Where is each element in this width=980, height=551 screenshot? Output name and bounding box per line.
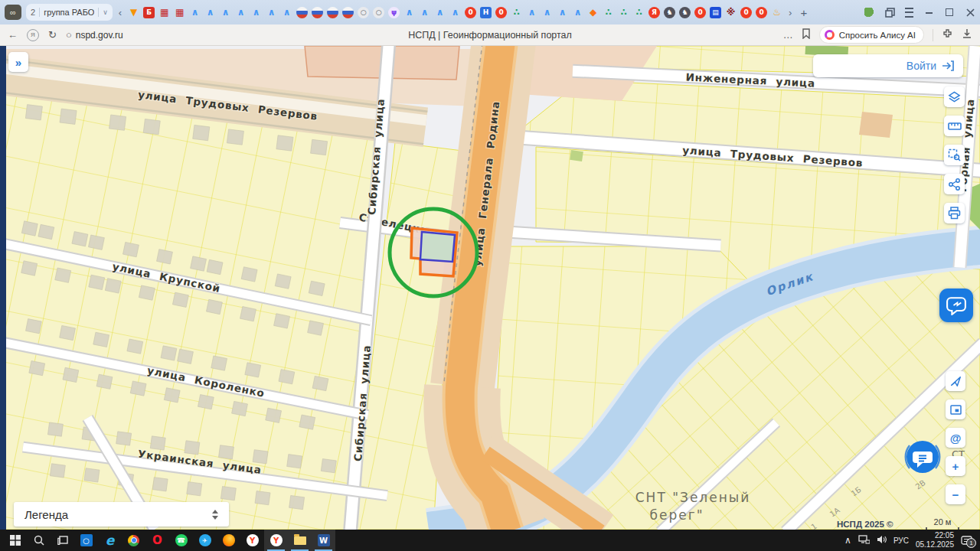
feedback-chat-button[interactable] (900, 435, 945, 479)
caret-icon[interactable]: ∧ (572, 7, 583, 18)
flame-icon[interactable]: ♨ (771, 7, 782, 18)
chess-icon[interactable]: ♞ (679, 7, 691, 18)
tab-panel-icon[interactable] (884, 7, 895, 18)
tabs-scroll-left-icon[interactable]: ‹ (117, 7, 123, 18)
url-chip[interactable]: ○ nspd.gov.ru (66, 29, 123, 41)
star-icon[interactable]: ◆ (587, 7, 599, 18)
more-icon[interactable]: … (783, 29, 793, 41)
start-button[interactable] (3, 530, 27, 551)
ask-alice-button[interactable]: Спросить Алису AI (819, 26, 924, 44)
ya-icon[interactable]: Я (648, 7, 660, 18)
calendar-icon[interactable]: ▦ (174, 7, 185, 18)
new-tab-button[interactable]: + (798, 6, 809, 19)
yandex-button[interactable]: Я (27, 29, 39, 41)
share-button[interactable] (944, 174, 965, 194)
tray-expand-icon[interactable]: ∧ (844, 535, 851, 546)
zero-badge-icon[interactable]: 0 (495, 7, 507, 18)
calendar-icon[interactable]: ▦ (158, 7, 170, 18)
dots-icon[interactable]: ∴ (603, 7, 614, 18)
ruler-button[interactable] (944, 116, 965, 136)
language-indicator[interactable]: РУС (893, 536, 909, 545)
mini-map-button[interactable] (946, 399, 965, 419)
shield-icon[interactable]: ▼ (128, 7, 139, 18)
zero-badge-icon[interactable]: 0 (465, 7, 476, 18)
notifications-button[interactable]: 1 (961, 536, 972, 546)
caret-icon[interactable]: ∧ (419, 7, 430, 18)
clock-icon[interactable]: ○ (358, 7, 369, 18)
network-icon[interactable] (858, 533, 870, 547)
extensions-icon[interactable] (942, 28, 953, 42)
search-button[interactable] (27, 530, 51, 551)
chess-icon[interactable]: ♞ (664, 7, 675, 18)
taskbar-app-whatsapp[interactable]: ☎ (169, 530, 193, 551)
taskbar-app-yandex[interactable]: Y (240, 530, 264, 551)
taskbar-app-telegram[interactable]: ✈ (193, 530, 217, 551)
caret-icon[interactable]: ∧ (220, 7, 231, 18)
taskbar-app-word[interactable]: W (312, 530, 335, 551)
assistant-panel-button[interactable] (939, 289, 973, 322)
caret-icon[interactable]: ∧ (204, 7, 216, 18)
select-area-button[interactable] (944, 145, 965, 165)
taskbar-app-firefox[interactable] (217, 530, 240, 551)
caret-icon[interactable]: ∧ (449, 7, 461, 18)
tabs-scroll-right-icon[interactable]: › (787, 7, 793, 18)
refresh-icon[interactable]: ↻ (48, 29, 57, 41)
caret-icon[interactable]: ∧ (235, 7, 247, 18)
locate-button[interactable] (946, 371, 965, 391)
caret-icon[interactable]: ∧ (403, 7, 415, 18)
zero-badge-icon[interactable]: 0 (694, 7, 706, 18)
taskbar-app-yandex2[interactable]: Y (264, 530, 288, 551)
ru-flag-icon[interactable] (327, 7, 338, 18)
glyph-icon[interactable]: ※ (725, 7, 737, 18)
taskbar-app-pin-blue[interactable]: ○ (74, 530, 98, 551)
caret-icon[interactable]: ∧ (541, 7, 553, 18)
caret-icon[interactable]: ∧ (281, 7, 292, 18)
task-view-button[interactable] (51, 530, 74, 551)
expand-sidebar-button[interactable]: » (8, 52, 28, 72)
caret-icon[interactable]: ∧ (434, 7, 446, 18)
legend-collapse-icon[interactable] (212, 510, 218, 520)
active-tab[interactable]: 2 группа РАБОТА ∨ (26, 4, 113, 21)
ru-flag-icon[interactable] (312, 7, 323, 18)
bookmark-icon[interactable] (802, 28, 811, 42)
ru-flag-icon[interactable] (296, 7, 308, 18)
nspd-icon[interactable]: Н (480, 7, 492, 18)
taskbar-app-explorer[interactable] (288, 530, 312, 551)
menu-icon[interactable] (905, 8, 913, 18)
clock[interactable]: 22:05 05.12.2025 (916, 531, 954, 549)
back-icon[interactable]: ← (8, 29, 18, 41)
download-icon[interactable] (962, 28, 972, 42)
caret-icon[interactable]: ∧ (266, 7, 277, 18)
dots-icon[interactable]: ∴ (633, 7, 645, 18)
zero-badge-icon[interactable]: 0 (740, 7, 752, 18)
login-bar[interactable]: Войти (813, 54, 963, 77)
minimize-button[interactable] (923, 7, 934, 18)
close-button[interactable] (965, 7, 975, 18)
monitor-icon[interactable]: ▤ (710, 7, 721, 18)
caret-icon[interactable]: ∧ (557, 7, 568, 18)
clock-icon[interactable]: ○ (373, 7, 384, 18)
layers-button[interactable] (944, 86, 965, 107)
taskbar-app-ie[interactable]: e (98, 530, 122, 551)
taskbar-app-opera[interactable]: O (145, 530, 169, 551)
caret-icon[interactable]: ∧ (250, 7, 262, 18)
caret-icon[interactable]: ∧ (526, 7, 537, 18)
map-canvas[interactable]: улица Трудовых Резервов Инженерная улица… (0, 46, 980, 530)
caret-icon[interactable]: ∧ (189, 7, 201, 18)
zoom-in-button[interactable]: + (946, 456, 965, 476)
print-button[interactable] (944, 203, 965, 223)
maximize-button[interactable] (944, 7, 955, 18)
volume-icon[interactable] (877, 533, 887, 547)
legend-panel[interactable]: Легенда (14, 502, 229, 527)
chevron-down-icon[interactable]: ∨ (103, 8, 108, 16)
taskbar-app-chrome[interactable] (122, 530, 145, 551)
coordinates-button[interactable]: @ (946, 428, 965, 448)
wave-icon[interactable]: ψ (388, 7, 400, 18)
mail-icon[interactable]: Б (143, 7, 155, 18)
ru-flag-icon[interactable] (342, 7, 354, 18)
zoom-out-button[interactable]: − (946, 484, 965, 504)
zero-badge-icon[interactable]: 0 (756, 7, 767, 18)
dots-icon[interactable]: ∴ (618, 7, 629, 18)
tab-group-icon[interactable]: ∞ (5, 5, 21, 20)
dino-icon[interactable] (864, 8, 874, 17)
